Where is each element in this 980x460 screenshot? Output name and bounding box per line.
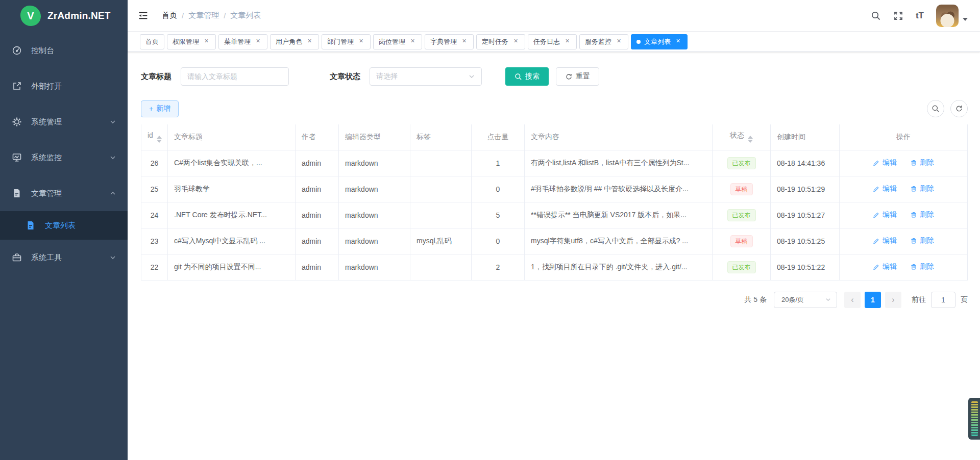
breadcrumb-home[interactable]: 首页 [162, 11, 177, 20]
font-size-icon[interactable]: tT [916, 11, 924, 21]
article-table: id 文章标题 作者 编辑器类型 标签 点击量 文章内容 状态 创建时间 操作 [141, 124, 968, 280]
sidebar-item-label: 文章管理 [31, 189, 109, 198]
edit-button[interactable]: 编辑 [873, 210, 897, 219]
search-icon[interactable] [871, 11, 881, 21]
close-icon[interactable]: × [564, 38, 571, 45]
column-header-status[interactable]: 状态 [713, 124, 771, 150]
article-title-input[interactable] [181, 67, 289, 86]
delete-button[interactable]: 删除 [910, 210, 934, 219]
reset-button[interactable]: 重置 [556, 67, 599, 86]
cell-editor: markdown [339, 176, 410, 202]
chevron-down-icon [109, 154, 116, 161]
close-icon[interactable]: × [409, 38, 416, 45]
close-icon[interactable]: × [357, 38, 365, 45]
tab-user-role[interactable]: 用户角色 × [270, 34, 319, 49]
avatar[interactable] [936, 5, 959, 27]
tab-service-monitor[interactable]: 服务监控 × [579, 34, 628, 49]
tab-task-log[interactable]: 任务日志 × [528, 34, 577, 49]
delete-button[interactable]: 删除 [910, 184, 934, 193]
tab-article-list[interactable]: 文章列表 × [631, 34, 688, 49]
cell-ops: 编辑 删除 [840, 202, 968, 228]
tab-home[interactable]: 首页 [140, 34, 164, 49]
status-badge: 草稿 [730, 235, 753, 247]
close-icon[interactable]: × [674, 38, 682, 45]
column-header-created: 创建时间 [771, 124, 840, 150]
refresh-button[interactable] [950, 100, 968, 117]
sidebar-item-dashboard[interactable]: 控制台 [0, 33, 128, 68]
search-button[interactable]: 搜索 [505, 67, 549, 86]
toggle-search-button[interactable] [927, 100, 944, 117]
cell-author: admin [296, 176, 339, 202]
close-icon[interactable]: × [254, 38, 262, 45]
tab-permission[interactable]: 权限管理 × [167, 34, 216, 49]
navbar-actions: tT [871, 5, 968, 27]
close-icon[interactable]: × [615, 38, 623, 45]
cell-author: admin [296, 254, 339, 280]
cell-ops: 编辑 删除 [840, 150, 968, 176]
breadcrumb-separator: / [224, 11, 226, 20]
delete-button[interactable]: 删除 [910, 262, 934, 271]
goto-label: 前往 [912, 295, 926, 304]
sidebar-item-label: 控制台 [31, 46, 116, 56]
sidebar-item-system-manage[interactable]: 系统管理 [0, 104, 128, 140]
tab-label: 定时任务 [482, 37, 508, 46]
sort-icon[interactable] [157, 136, 162, 143]
refresh-icon [565, 73, 573, 81]
cell-title: 羽毛球教学 [168, 176, 296, 202]
article-status-select[interactable]: 请选择 [370, 67, 482, 86]
cell-id: 25 [141, 176, 168, 202]
column-header-ops: 操作 [840, 124, 968, 150]
table-row: 25 羽毛球教学 admin markdown 0 #羽毛球拍参数说明 ## 中… [141, 176, 968, 202]
table-row: 24 .NET Core 发布时提示.NET... admin markdown… [141, 202, 968, 228]
plus-icon: + [149, 105, 153, 113]
column-header-id[interactable]: id [141, 124, 168, 150]
tab-label: 首页 [145, 37, 159, 46]
sidebar-collapse-icon[interactable] [138, 10, 149, 21]
goto-page: 前往 页 [912, 292, 968, 308]
trash-icon [910, 159, 917, 166]
page-number-1[interactable]: 1 [865, 292, 881, 308]
sidebar-item-article-manage[interactable]: 文章管理 [0, 175, 128, 211]
prev-page-button[interactable]: ‹ [844, 292, 861, 308]
edge-extension-widget[interactable] [968, 398, 980, 440]
chevron-down-icon [109, 118, 116, 125]
breadcrumb-article-manage: 文章管理 [188, 11, 219, 20]
page-size-select[interactable]: 20条/页 [774, 292, 837, 308]
cell-hits: 1 [472, 150, 525, 176]
tab-menu-manage[interactable]: 菜单管理 × [218, 34, 267, 49]
pencil-icon [873, 211, 880, 218]
edit-button[interactable]: 编辑 [873, 184, 897, 193]
app-logo[interactable]: V ZrAdmin.NET [0, 0, 128, 32]
user-menu[interactable] [936, 5, 968, 27]
goto-unit: 页 [961, 295, 968, 304]
column-header-title: 文章标题 [168, 124, 296, 150]
sidebar-item-article-list[interactable]: 文章列表 [0, 211, 128, 240]
fullscreen-icon[interactable] [893, 11, 903, 21]
close-icon[interactable]: × [512, 38, 520, 45]
tab-post-manage[interactable]: 岗位管理 × [373, 34, 422, 49]
close-icon[interactable]: × [306, 38, 313, 45]
next-page-button[interactable]: › [885, 292, 901, 308]
cell-created: 08-19 10:51:25 [771, 228, 840, 254]
edit-button[interactable]: 编辑 [873, 262, 897, 271]
tab-dept-manage[interactable]: 部门管理 × [322, 34, 371, 49]
tab-dict-manage[interactable]: 字典管理 × [425, 34, 474, 49]
goto-page-input[interactable] [931, 292, 955, 308]
delete-button[interactable]: 删除 [910, 236, 934, 245]
edit-button[interactable]: 编辑 [873, 236, 897, 245]
close-icon[interactable]: × [460, 38, 468, 45]
add-button[interactable]: + 新增 [141, 100, 179, 117]
sidebar-item-external-open[interactable]: 外部打开 [0, 68, 128, 104]
external-link-icon [12, 81, 22, 91]
cell-status: 已发布 [713, 254, 771, 280]
sidebar-item-system-monitor[interactable]: 系统监控 [0, 140, 128, 175]
sort-icon[interactable] [748, 136, 753, 143]
app-title: ZrAdmin.NET [47, 10, 111, 21]
sidebar-item-system-tools[interactable]: 系统工具 [0, 240, 128, 275]
delete-button[interactable]: 删除 [910, 158, 934, 167]
tab-scheduled-task[interactable]: 定时任务 × [476, 34, 525, 49]
edit-button[interactable]: 编辑 [873, 158, 897, 167]
navbar: 首页 / 文章管理 / 文章列表 [128, 0, 980, 32]
tab-label: 用户角色 [276, 37, 302, 46]
close-icon[interactable]: × [203, 38, 210, 45]
